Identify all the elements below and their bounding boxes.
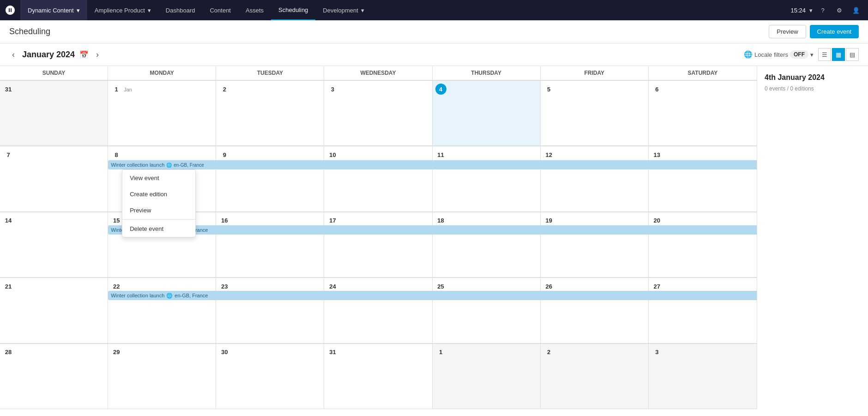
prev-month-button[interactable]: ‹ [9, 49, 18, 60]
nav-item-scheduling[interactable]: Scheduling [271, 0, 315, 20]
context-delete-event[interactable]: Delete event [122, 221, 195, 237]
list-view-button[interactable]: ☰ [818, 48, 831, 61]
calendar-icon[interactable]: 📅 [79, 50, 89, 59]
context-preview[interactable]: Preview [122, 202, 195, 218]
cal-day-29[interactable]: 29 [108, 344, 216, 409]
day-number: 3 [327, 84, 338, 95]
locale-filter-state: OFF [790, 50, 808, 59]
cal-day-7[interactable]: 7 [0, 146, 108, 211]
cal-day-9[interactable]: 9 [216, 146, 324, 211]
locale-filter[interactable]: 🌐 Locale filters OFF ▾ [744, 50, 814, 59]
cal-day-5[interactable]: 5 [541, 81, 649, 146]
day-number: 17 [327, 215, 338, 226]
event-bar-week2[interactable]: Winter collection launch 🌐 en-GB, France [108, 160, 757, 169]
day-number: 1 [435, 347, 446, 358]
day-number: 21 [3, 281, 14, 292]
multiday-view-button[interactable]: ▤ [846, 48, 859, 61]
locale-dropdown-icon: ▾ [810, 51, 814, 58]
cal-day-31[interactable]: 31 [324, 344, 432, 409]
day-number: 22 [111, 281, 122, 292]
day-header-sunday: Sunday [0, 66, 108, 80]
globe-small-icon: 🌐 [166, 293, 173, 299]
cal-day-31dec[interactable]: 31 [0, 81, 108, 146]
cal-day-22[interactable]: 22 Winter collection launch 🌐 en-GB, Fra… [108, 278, 216, 343]
event-bar-week4[interactable]: Winter collection launch 🌐 en-GB, France [108, 291, 757, 300]
globe-icon: 🌐 [744, 50, 753, 59]
cal-day-24[interactable]: 24 [324, 278, 432, 343]
cal-day-6[interactable]: 6 [649, 81, 757, 146]
cal-day-25[interactable]: 25 [433, 278, 541, 343]
nav-brand[interactable]: Dynamic Content ▾ [20, 0, 87, 20]
context-view-event[interactable]: View event [122, 170, 195, 186]
event-bar-week3[interactable]: Winter collection launch 🌐 en-GB, France [108, 225, 757, 235]
day-number: 31 [3, 84, 14, 95]
brand-name: Dynamic Content [28, 7, 74, 14]
context-create-edition[interactable]: Create edition [122, 186, 195, 202]
cal-day-27[interactable]: 27 [649, 278, 757, 343]
cal-toolbar-right: 🌐 Locale filters OFF ▾ ☰ ▦ ▤ [744, 48, 859, 61]
cal-day-19[interactable]: 19 [541, 212, 649, 277]
day-number: 2 [543, 347, 555, 358]
day-number: 8 [111, 149, 122, 160]
month-view-button[interactable]: ▦ [832, 48, 845, 61]
cal-day-1feb[interactable]: 1 [433, 344, 541, 409]
day-header-saturday: Saturday [649, 66, 757, 80]
day-number: 11 [435, 149, 446, 160]
cal-day-8[interactable]: 8 Winter collection launch 🌐 en-GB, Fran… [108, 146, 216, 211]
help-button[interactable]: ? [816, 4, 829, 17]
next-month-button[interactable]: › [93, 49, 102, 60]
day-number: 15 [111, 215, 122, 226]
day-number: 28 [3, 347, 14, 358]
cal-day-2feb[interactable]: 2 [541, 344, 649, 409]
day-header-wednesday: Wednesday [324, 66, 432, 80]
day-number: 18 [435, 215, 446, 226]
nav-item-dashboard[interactable]: Dashboard [158, 0, 203, 20]
cal-day-23[interactable]: 23 [216, 278, 324, 343]
cal-day-10[interactable]: 10 [324, 146, 432, 211]
nav-arrow-icon: ▾ [148, 7, 151, 14]
event-locale: en-GB, France [175, 293, 208, 298]
week-row-3: 14 15 Winter collection launch 🌐 en-GB, … [0, 212, 757, 277]
nav-item-assets[interactable]: Assets [238, 0, 271, 20]
cal-day-18[interactable]: 18 [433, 212, 541, 277]
calendar-main: Sunday Monday Tuesday Wednesday Thursday… [0, 66, 757, 409]
cal-day-4-today[interactable]: 4 [433, 81, 541, 146]
settings-button[interactable]: ⚙ [833, 4, 846, 17]
day-number: 6 [651, 84, 663, 95]
nav-right: 15:24 ▾ ? ⚙ 👤 [790, 4, 868, 17]
cal-day-3[interactable]: 3 [324, 81, 432, 146]
cal-day-16[interactable]: 16 [216, 212, 324, 277]
cal-day-30[interactable]: 30 [216, 344, 324, 409]
cal-day-13[interactable]: 13 [649, 146, 757, 211]
nav-item-amplience-product[interactable]: Amplience Product ▾ [87, 0, 158, 20]
event-name: Winter collection launch [111, 162, 164, 168]
event-locale: en-GB, France [174, 163, 204, 168]
day-number: 2 [219, 84, 230, 95]
nav-arrow-icon: ▾ [361, 7, 364, 14]
cal-day-11[interactable]: 11 [433, 146, 541, 211]
day-number: 13 [651, 149, 663, 160]
create-event-button[interactable]: Create event [810, 25, 859, 38]
subheader: Scheduling Preview Create event [0, 20, 868, 43]
cal-day-17[interactable]: 17 [324, 212, 432, 277]
user-button[interactable]: 👤 [850, 4, 862, 17]
preview-button[interactable]: Preview [769, 25, 806, 38]
cal-day-28[interactable]: 28 [0, 344, 108, 409]
day-header-monday: Monday [108, 66, 216, 80]
cal-day-20[interactable]: 20 [649, 212, 757, 277]
nav-item-development[interactable]: Development ▾ [315, 0, 372, 20]
cal-day-14[interactable]: 14 [0, 212, 108, 277]
cal-day-1jan[interactable]: 1 Jan [108, 81, 216, 146]
cal-day-2[interactable]: 2 [216, 81, 324, 146]
day-header-friday: Friday [541, 66, 649, 80]
week-row-4: 21 22 Winter collection launch 🌐 en-GB, … [0, 277, 757, 343]
day-number: 9 [219, 149, 230, 160]
context-menu-divider [122, 219, 195, 220]
cal-day-21[interactable]: 21 [0, 278, 108, 343]
cal-day-26[interactable]: 26 [541, 278, 649, 343]
month-title: January 2024 [22, 50, 75, 60]
cal-day-3feb[interactable]: 3 [649, 344, 757, 409]
nav-item-content[interactable]: Content [202, 0, 238, 20]
logo-icon [5, 5, 16, 16]
cal-day-12[interactable]: 12 [541, 146, 649, 211]
